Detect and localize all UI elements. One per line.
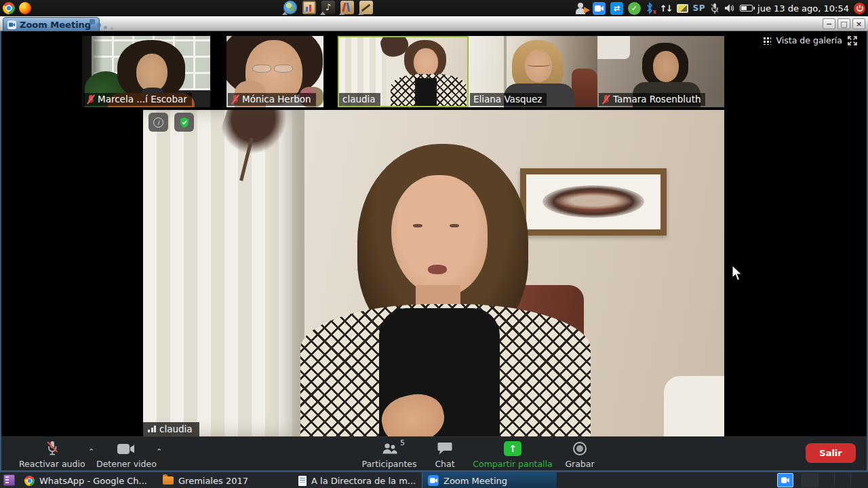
participants-label: Participantes	[361, 459, 416, 469]
taskbar-item-whatsapp[interactable]: WhatsApp - Google Ch...	[19, 472, 156, 488]
document-icon	[298, 476, 307, 486]
share-screen-label: Compartir pantalla	[473, 459, 552, 469]
muted-mic-icon	[87, 94, 95, 105]
microphone-tray-icon[interactable]	[710, 3, 719, 14]
meeting-toolbar: Reactivar audio ⌃ Detener video ⌃ 5 Part…	[1, 436, 867, 470]
keyboard-layout-indicator[interactable]: SP	[693, 3, 705, 13]
record-label: Grabar	[565, 459, 594, 469]
zoom-app-icon	[428, 475, 439, 486]
desktop: ♪ ⇄ ✓ x ↑↓ SP	[0, 0, 868, 488]
main-speaker-video[interactable]: i claudia	[143, 110, 724, 436]
mouse-cursor	[732, 265, 743, 282]
audio-options-chevron[interactable]: ⌃	[88, 447, 94, 456]
fullscreen-icon[interactable]	[848, 36, 857, 45]
panel-clock[interactable]: jue 13 de ago, 10:54	[757, 3, 849, 14]
participant-name-badge: Marcela ...í Escobar	[83, 93, 192, 106]
curtain-background	[143, 110, 304, 436]
zoom-notification-icon[interactable]	[777, 473, 793, 487]
participants-button[interactable]: 5 Participantes	[354, 440, 425, 469]
bluetooth-tray-icon[interactable]: x	[646, 2, 655, 15]
muted-mic-icon	[231, 94, 239, 105]
graphics-menu-icon[interactable]	[340, 1, 354, 14]
participant-name-badge: claudia	[339, 93, 380, 106]
teamviewer-tray-icon[interactable]: ⇄	[610, 2, 623, 15]
speaker-mouth	[428, 265, 447, 274]
chat-button[interactable]: Chat	[430, 440, 460, 469]
record-button[interactable]: Grabar	[561, 440, 598, 469]
share-screen-icon: ↑	[504, 441, 521, 456]
speaker-eye	[413, 224, 422, 227]
network-tray-icon[interactable]: ↑↓	[660, 3, 672, 14]
multimedia-menu-icon[interactable]: ♪	[321, 1, 335, 14]
participants-icon: 5	[380, 440, 398, 457]
internet-menu-icon[interactable]	[283, 1, 297, 14]
zoom-app-icon	[7, 20, 16, 29]
taskbar-item-gremiales[interactable]: Gremiales 2017	[157, 472, 292, 488]
video-thumbnail-marcela[interactable]: Marcela ...í Escobar	[82, 36, 210, 107]
share-screen-button[interactable]: ↑ Compartir pantalla	[469, 440, 556, 469]
video-thumbnail-eliana[interactable]: Eliana Vasquez	[469, 36, 597, 107]
wall-picture-frame	[520, 168, 667, 236]
video-thumbnail-claudia-active[interactable]: claudia	[338, 36, 469, 107]
battery-tray-icon[interactable]	[740, 5, 753, 12]
video-thumbnail-monica[interactable]: Mónica Herbon	[226, 36, 323, 107]
updates-ok-tray-icon[interactable]: ✓	[628, 2, 641, 15]
participant-name-badge: Eliana Vasquez	[470, 93, 547, 106]
participant-name-badge: Mónica Herbon	[228, 93, 316, 106]
accessories-menu-icon[interactable]	[359, 1, 373, 14]
shield-check-icon	[179, 117, 190, 128]
video-options-chevron[interactable]: ⌃	[156, 447, 162, 456]
minimize-button[interactable]: −	[823, 18, 835, 29]
gallery-view-label: Vista de galería	[776, 35, 842, 45]
participants-count-badge: 5	[400, 438, 405, 447]
system-tray: ⇄ ✓ x ↑↓ SP jue 13 de ago, 10:54	[574, 0, 868, 16]
panel-launchers-left	[0, 2, 31, 14]
user-switcher-icon[interactable]	[574, 1, 588, 15]
unmute-audio-button[interactable]: Reactivar audio	[19, 440, 85, 469]
gallery-view-toggle[interactable]: Vista de galería	[762, 35, 857, 45]
taskbar-item-document[interactable]: A la Directora de la m...	[293, 472, 420, 488]
grid-view-icon	[762, 36, 771, 45]
top-panel: ♪ ⇄ ✓ x ↑↓ SP	[0, 0, 868, 16]
power-button-icon[interactable]	[854, 3, 865, 14]
muted-mic-icon	[602, 94, 610, 105]
taskbar: WhatsApp - Google Ch... Gremiales 2017 A…	[0, 472, 868, 488]
panel-launchers-center: ♪	[283, 1, 373, 14]
desktop-app-icon[interactable]	[3, 474, 15, 486]
office-menu-icon[interactable]	[302, 1, 316, 14]
firefox-icon[interactable]	[19, 2, 31, 14]
zoom-tray-icon[interactable]	[593, 2, 606, 15]
video-thumbnail-tamara[interactable]: Tamara Rosenbluth	[597, 36, 724, 107]
muted-mic-icon	[45, 440, 59, 457]
tab-decoration	[97, 23, 101, 27]
tab-decoration	[111, 27, 113, 30]
window-title-tab: Zoom Meeting	[3, 17, 100, 31]
record-icon	[573, 442, 587, 455]
speaker-eye	[450, 224, 459, 227]
security-shield-button[interactable]	[174, 113, 194, 132]
stop-video-button[interactable]: Detener video	[96, 440, 157, 469]
volume-tray-icon[interactable]	[724, 3, 735, 13]
audio-level-icon	[148, 426, 156, 432]
meeting-info-button[interactable]: i	[149, 113, 168, 132]
leave-meeting-button[interactable]: Salir	[806, 443, 856, 463]
workspace-pager[interactable]	[802, 473, 867, 487]
camera-icon	[117, 440, 135, 457]
stop-video-label: Detener video	[96, 459, 157, 469]
participant-name-badge: Tamara Rosenbluth	[599, 93, 705, 106]
chrome-icon[interactable]	[3, 2, 15, 14]
tab-decoration	[104, 26, 107, 29]
close-button[interactable]: ×	[852, 18, 865, 29]
video-overlay-buttons: i	[149, 113, 194, 132]
chat-bubble-icon	[437, 440, 452, 457]
folder-icon	[163, 476, 174, 485]
chrome-icon	[24, 476, 35, 486]
unmute-audio-label: Reactivar audio	[19, 459, 85, 469]
window-titlebar[interactable]: Zoom Meeting − □ ×	[0, 16, 868, 31]
speaker-name-badge: claudia	[143, 422, 199, 436]
chat-label: Chat	[435, 459, 454, 469]
window-title: Zoom Meeting	[20, 20, 91, 30]
maximize-button[interactable]: □	[837, 18, 850, 29]
taskbar-item-zoom-active[interactable]: Zoom Meeting	[422, 472, 557, 488]
display-tray-icon[interactable]	[677, 4, 688, 13]
